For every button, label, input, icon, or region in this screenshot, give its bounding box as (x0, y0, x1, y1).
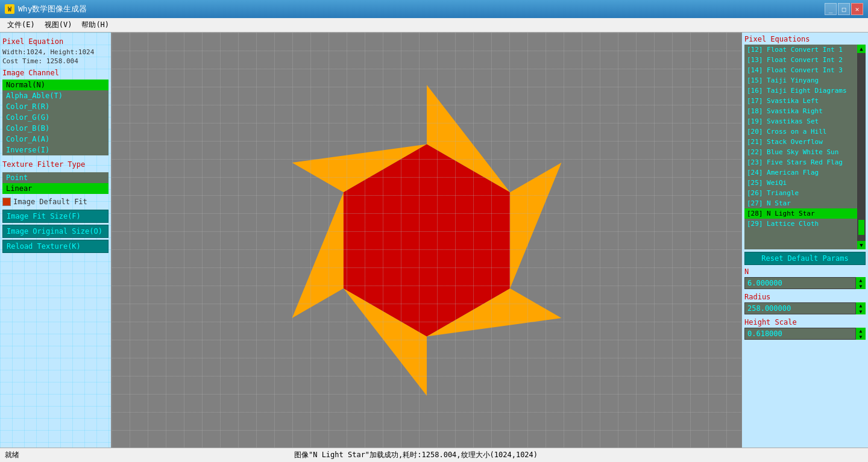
radius-spin-down[interactable]: ▼ (856, 308, 866, 314)
scroll-track (857, 53, 866, 241)
eq-25[interactable]: [25] WeiQi (744, 178, 857, 188)
eq-22[interactable]: [22] Blue Sky White Sun (744, 147, 857, 157)
height-scale-label: Height Scale (744, 318, 866, 326)
n-spin-up[interactable]: ▲ (856, 277, 866, 283)
n-input[interactable] (744, 277, 856, 289)
eq-14[interactable]: [14] Float Convert Int 3 (744, 65, 857, 75)
reload-texture-button[interactable]: Reload Texture(K) (2, 240, 108, 253)
window-title: Why数学图像生成器 (18, 4, 825, 14)
eq-23[interactable]: [23] Five Stars Red Flag (744, 157, 857, 167)
status-center: 图像"N Light Star"加载成功,耗时:1258.004,纹理大小(10… (41, 450, 791, 460)
eq-24[interactable]: [24] American Flag (744, 167, 857, 178)
eq-19[interactable]: [19] Svastikas Set (744, 116, 857, 126)
filter-linear[interactable]: Linear (2, 183, 108, 194)
height-scale-spin-up[interactable]: ▲ (856, 328, 866, 334)
eq-29[interactable]: [29] Lattice Cloth (744, 219, 857, 229)
main-area: Pixel Equation Width:1024, Height:1024 C… (0, 33, 868, 448)
scroll-up-button[interactable]: ▲ (857, 45, 866, 53)
menu-file[interactable]: 文件(E) (2, 19, 40, 31)
close-button[interactable]: ✕ (851, 3, 863, 15)
left-panel: Pixel Equation Width:1024, Height:1024 C… (0, 33, 112, 448)
eq-27[interactable]: [27] N Star (744, 198, 857, 208)
radius-spin-up[interactable]: ▲ (856, 302, 866, 308)
radius-spin-buttons: ▲ ▼ (856, 302, 866, 314)
image-default-fit-label: Image Default Fit (13, 198, 87, 206)
equation-list: [12] Float Convert Int 1 [13] Float Conv… (744, 45, 857, 249)
cost-time-info: Cost Time: 1258.004 (2, 57, 108, 65)
eq-16[interactable]: [16] Taiji Eight Diagrams (744, 86, 857, 96)
menu-bar: 文件(E) 视图(V) 帮助(H) (0, 18, 868, 33)
eq-17[interactable]: [17] Svastika Left (744, 96, 857, 106)
height-scale-spin-down[interactable]: ▼ (856, 334, 866, 340)
star-canvas (222, 36, 632, 445)
radius-input-row: ▲ ▼ (744, 302, 866, 314)
status-bar: 就绪 图像"N Light Star"加载成功,耗时:1258.004,纹理大小… (0, 448, 868, 462)
texture-filter-label: Texture Filter Type (2, 160, 108, 169)
channel-color-b[interactable]: Color_B(B) (2, 123, 108, 134)
eq-28[interactable]: [28] N Light Star (744, 208, 857, 219)
equation-items-wrapper: [12] Float Convert Int 1 [13] Float Conv… (744, 45, 857, 249)
n-input-row: ▲ ▼ (744, 277, 866, 289)
channel-inverse[interactable]: Inverse(I) (2, 145, 108, 155)
image-default-fit-row: Image Default Fit (2, 198, 108, 206)
channel-list: Normal(N) Alpha_Able(T) Color_R(R) Color… (2, 80, 108, 155)
canvas-area (112, 33, 741, 448)
radius-param-row: Radius ▲ ▼ (744, 293, 866, 314)
pixel-equation-label: Pixel Equation (2, 37, 108, 46)
minimize-button[interactable]: _ (825, 3, 837, 15)
image-fit-size-button[interactable]: Image Fit Size(F) (2, 210, 108, 223)
height-scale-input[interactable] (744, 328, 856, 340)
eq-18[interactable]: [18] Svastika Right (744, 106, 857, 116)
eq-26[interactable]: [26] Triangle (744, 188, 857, 198)
n-spin-down[interactable]: ▼ (856, 283, 866, 289)
equation-list-container: [12] Float Convert Int 1 [13] Float Conv… (744, 45, 866, 249)
channel-normal[interactable]: Normal(N) (2, 80, 108, 90)
checkbox-icon[interactable] (2, 198, 11, 206)
eq-15[interactable]: [15] Taiji Yinyang (744, 75, 857, 86)
menu-help[interactable]: 帮助(H) (77, 19, 114, 31)
action-buttons: Image Fit Size(F) Image Original Size(O)… (2, 210, 108, 253)
filter-list: Point Linear (2, 172, 108, 194)
width-height-info: Width:1024, Height:1024 (2, 48, 108, 56)
height-scale-param-row: Height Scale ▲ ▼ (744, 318, 866, 340)
window-controls: _ □ ✕ (825, 3, 863, 15)
maximize-button[interactable]: □ (838, 3, 850, 15)
height-scale-spin-buttons: ▲ ▼ (856, 328, 866, 340)
channel-color-r[interactable]: Color_R(R) (2, 101, 108, 112)
eq-scrollbar: ▲ ▼ (857, 45, 866, 249)
n-label: N (744, 267, 866, 276)
radius-input[interactable] (744, 302, 856, 314)
image-channel-label: Image Channel (2, 69, 108, 77)
channel-alpha[interactable]: Alpha_Able(T) (2, 90, 108, 101)
title-bar: W Why数学图像生成器 _ □ ✕ (0, 0, 868, 18)
right-panel: Pixel Equations [12] Float Convert Int 1… (741, 33, 868, 448)
height-scale-input-row: ▲ ▼ (744, 328, 866, 340)
pixel-equations-label: Pixel Equations (744, 35, 866, 43)
eq-21[interactable]: [21] Stack Overflow (744, 137, 857, 147)
channel-color-g[interactable]: Color_G(G) (2, 112, 108, 123)
radius-label: Radius (744, 293, 866, 301)
eq-20[interactable]: [20] Cross on a Hill (744, 126, 857, 137)
n-param-row: N ▲ ▼ (744, 267, 866, 289)
eq-12[interactable]: [12] Float Convert Int 1 (744, 45, 857, 55)
channel-color-a[interactable]: Color_A(A) (2, 134, 108, 145)
params-section: Reset Default Params N ▲ ▼ Radius ▲ (744, 252, 866, 343)
menu-view[interactable]: 视图(V) (40, 19, 77, 31)
image-original-size-button[interactable]: Image Original Size(O) (2, 225, 108, 238)
eq-13[interactable]: [13] Float Convert Int 2 (744, 55, 857, 65)
scroll-thumb[interactable] (858, 220, 864, 235)
app-icon: W (5, 4, 14, 14)
status-left: 就绪 (5, 450, 41, 460)
filter-point[interactable]: Point (2, 172, 108, 183)
n-spin-buttons: ▲ ▼ (856, 277, 866, 289)
scroll-down-button[interactable]: ▼ (857, 241, 866, 249)
reset-default-params-button[interactable]: Reset Default Params (744, 252, 866, 265)
